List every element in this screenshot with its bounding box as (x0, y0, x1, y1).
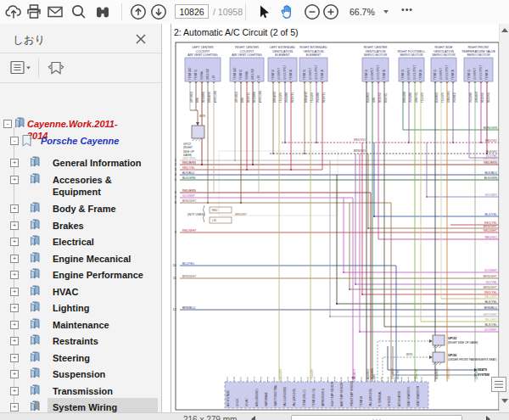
svg-text:YEL/GRY: YEL/GRY (310, 92, 314, 103)
zoom-in-icon[interactable] (322, 3, 340, 21)
expand-toggle[interactable]: + (10, 304, 19, 312)
svg-text:(RIGHT: (RIGHT (183, 146, 193, 149)
expand-toggle[interactable]: + (10, 354, 19, 362)
expand-toggle[interactable]: - (3, 120, 12, 128)
bookmark-label: Maintenance (53, 319, 159, 331)
email-icon[interactable] (46, 3, 64, 21)
svg-text:4: 4 (247, 377, 249, 380)
expand-toggle[interactable]: + (10, 321, 19, 329)
svg-text:BLK/YEL: BLK/YEL (485, 323, 497, 327)
bookmark-label: Engine Mecanical (53, 253, 159, 265)
svg-text:GRY/RED: GRY/RED (190, 92, 193, 103)
page-number-input[interactable] (175, 4, 209, 19)
svg-text:AIR VENT LIGHTING: AIR VENT LIGHTING (187, 53, 218, 57)
zoom-caret-icon[interactable] (383, 10, 389, 14)
svg-text:ELEMENT: ELEMENT (275, 53, 290, 57)
expand-toggle[interactable]: + (10, 204, 19, 213)
scroll-down-icon[interactable] (501, 399, 508, 403)
divider (0, 53, 161, 53)
expand-toggle[interactable]: + (10, 221, 19, 230)
bookmark-icon (27, 351, 40, 365)
svg-text:TERM (SOL OL): TERM (SOL OL) (312, 389, 316, 406)
expand-toggle[interactable]: + (10, 238, 19, 246)
svg-text:BRN/BLU: BRN/BLU (182, 306, 196, 310)
advanced-search-binoculars-icon[interactable] (93, 3, 112, 21)
expand-toggle[interactable]: + (10, 271, 19, 279)
svg-text:+5V: +5V (257, 76, 260, 80)
more-tools-button[interactable]: ••• (401, 4, 413, 14)
scroll-right-icon[interactable] (486, 416, 490, 420)
divider (38, 59, 39, 77)
svg-text:RED/YEL: RED/YEL (484, 291, 497, 294)
svg-text:5: 5 (421, 377, 422, 380)
select-cursor-icon[interactable] (254, 3, 272, 21)
svg-text:YEL/GRY: YEL/GRY (279, 92, 282, 103)
previous-page-icon[interactable] (129, 3, 148, 21)
bookmark-label: Engine Performance (53, 269, 159, 281)
bookmark-options-icon[interactable] (10, 60, 31, 79)
svg-text:VIO/GRN: VIO/GRN (316, 92, 320, 103)
svg-text:SYNCED: SYNCED (388, 396, 391, 406)
svg-text:5: 5 (361, 377, 362, 380)
expand-toggle[interactable]: + (10, 159, 19, 167)
expand-toggle[interactable]: + (10, 255, 19, 263)
svg-text:LIN OUTPUT: LIN OUTPUT (445, 65, 449, 80)
svg-text:TERM 58D: TERM 58D (188, 68, 192, 80)
expand-toggle[interactable]: + (10, 337, 19, 345)
svg-text:4: 4 (321, 377, 322, 380)
svg-text:BLK/YEL: BLK/YEL (485, 300, 497, 304)
pdf-reader-window: / 10958 66.7% ••• しおり -Cayenne.Work.2011… (0, 0, 509, 420)
wiring-diagram: RED/VIORED/VIOBRN/VIOBLK/VIO1WHT/REDWHT/… (162, 24, 509, 412)
svg-text:LIN OUTPUT: LIN OUTPUT (479, 65, 483, 80)
scroll-up-icon[interactable] (501, 28, 508, 32)
bookmark-icon (27, 173, 40, 187)
svg-text:RED/YEL: RED/YEL (322, 92, 326, 103)
svg-text:COCKPIT: COCKPIT (240, 50, 255, 53)
next-page-icon[interactable] (149, 3, 168, 21)
svg-text:RED/BRN: RED/BRN (182, 161, 196, 165)
svg-text:TERM 31: TERM 31 (194, 69, 198, 80)
svg-text:RED/VIO: RED/VIO (481, 92, 484, 103)
svg-text:6: 6 (274, 377, 276, 380)
upload-share-icon[interactable] (4, 3, 23, 21)
svg-text:YEL/GRY: YEL/GRY (484, 295, 498, 299)
expand-toggle[interactable]: + (10, 387, 19, 395)
bookmark-icon (27, 235, 40, 249)
svg-text:5: 5 (175, 177, 177, 182)
svg-text:4: 4 (175, 172, 177, 176)
expand-current-bookmark-icon[interactable] (47, 60, 65, 79)
svg-text:VIO/WHT: VIO/WHT (484, 269, 498, 272)
bookmark-label: Suspension (53, 368, 159, 380)
svg-text:3: 3 (260, 377, 262, 380)
horizontal-scrollbar-thumb[interactable] (291, 415, 462, 420)
svg-text:ATD HEATER: ATD HEATER (398, 391, 401, 406)
svg-text:TERM 31: TERM 31 (303, 69, 306, 80)
zoom-out-icon[interactable] (303, 3, 322, 21)
close-panel-icon[interactable] (134, 32, 148, 46)
svg-text:IMPRESSION N: IMPRESSION N (322, 389, 325, 406)
bookmark-label: Electrical (53, 236, 159, 248)
svg-text:COCKPIT: COCKPIT (196, 50, 210, 53)
expand-toggle[interactable]: + (10, 176, 19, 184)
svg-text:SYSTEM: SYSTEM (478, 373, 489, 377)
page-navigation-widget[interactable] (491, 377, 506, 392)
vertical-scrollbar[interactable] (499, 24, 509, 412)
svg-text:BLU/YEL: BLU/YEL (182, 262, 194, 266)
expand-toggle[interactable]: + (10, 370, 19, 378)
zoom-level-dropdown[interactable]: 66.7% (350, 7, 375, 17)
scroll-left-icon[interactable] (251, 416, 255, 420)
hand-pan-tool-icon[interactable] (277, 3, 296, 21)
svg-text:BRN/GRN: BRN/GRN (484, 126, 498, 130)
svg-text:TEMPERATURE VALVE: TEMPERATURE VALVE (461, 50, 495, 53)
svg-text:8: 8 (175, 200, 177, 204)
search-icon[interactable] (70, 3, 88, 21)
expand-toggle[interactable]: + (10, 288, 19, 296)
expand-toggle[interactable]: + (10, 403, 19, 412)
bookmark-icon (27, 285, 40, 299)
print-icon[interactable] (25, 3, 43, 21)
expand-toggle[interactable]: - (10, 137, 19, 145)
svg-text:VIO/GRY: VIO/GRY (484, 193, 497, 197)
bookmark-label: Steering (53, 352, 159, 364)
svg-text:BLK/RED: BLK/RED (435, 369, 439, 379)
svg-text:LEFT EXTENDED: LEFT EXTENDED (270, 46, 295, 49)
